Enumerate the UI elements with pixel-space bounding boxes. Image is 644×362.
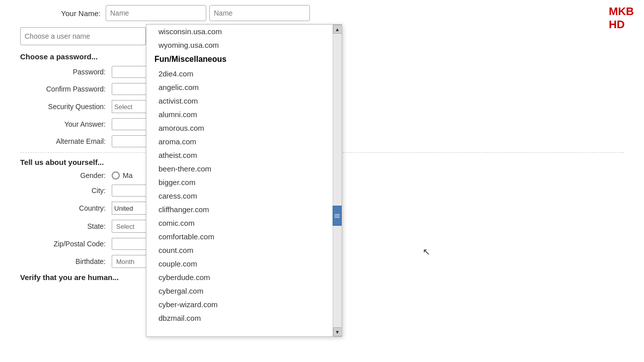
alternate-email-label: Alternate Email: xyxy=(20,137,106,145)
scroll-thumb-line-1 xyxy=(335,214,340,215)
first-name-input[interactable] xyxy=(106,5,206,21)
scroll-thumb-line-3 xyxy=(335,217,340,218)
answer-label: Your Answer: xyxy=(20,120,106,128)
dropdown-list: wisconsin.usa.com wyoming.usa.com Fun/Mi… xyxy=(146,25,342,325)
city-label: City: xyxy=(20,187,106,195)
dropdown-scroll-area: wisconsin.usa.com wyoming.usa.com Fun/Mi… xyxy=(146,25,342,336)
domain-dropdown-overlay: wisconsin.usa.com wyoming.usa.com Fun/Mi… xyxy=(146,24,342,337)
scroll-thumb[interactable] xyxy=(333,206,342,226)
your-name-label: Your Name: xyxy=(40,9,101,18)
dropdown-item-angelic[interactable]: angelic.com xyxy=(146,80,342,94)
your-name-row: Your Name: xyxy=(40,5,634,21)
dropdown-item-cyber-wizard[interactable]: cyber-wizard.com xyxy=(146,298,342,311)
dropdown-item-caress[interactable]: caress.com xyxy=(146,189,342,203)
dropdown-item-bigger[interactable]: bigger.com xyxy=(146,175,342,189)
dropdown-item-wisconsin[interactable]: wisconsin.usa.com xyxy=(146,25,342,38)
dropdown-item-atheist[interactable]: atheist.com xyxy=(146,148,342,162)
security-question-label: Security Question: xyxy=(20,103,106,111)
dropdown-item-dbzmail[interactable]: dbzmail.com xyxy=(146,311,342,325)
scrollbar-track: ▲ ▼ xyxy=(333,25,342,336)
username-input[interactable] xyxy=(20,27,146,45)
birthdate-label: Birthdate: xyxy=(20,257,106,265)
gender-radio-group: Ma xyxy=(112,171,132,179)
dropdown-item-cyberdude[interactable]: cyberdude.com xyxy=(146,270,342,284)
password-label: Password: xyxy=(20,68,106,76)
scroll-down-button[interactable]: ▼ xyxy=(333,327,342,336)
dropdown-item-wyoming[interactable]: wyoming.usa.com xyxy=(146,38,342,52)
confirm-password-label: Confirm Password: xyxy=(20,85,106,93)
dropdown-item-aroma[interactable]: aroma.com xyxy=(146,135,342,148)
dropdown-item-comic[interactable]: comic.com xyxy=(146,216,342,230)
dropdown-item-amorous[interactable]: amorous.com xyxy=(146,121,342,135)
country-label: Country: xyxy=(20,204,106,212)
zip-label: Zip/Postal Code: xyxy=(20,240,106,248)
dropdown-item-cybergal[interactable]: cybergal.com xyxy=(146,284,342,298)
scroll-thumb-line-2 xyxy=(335,216,340,216)
dropdown-item-activist[interactable]: activist.com xyxy=(146,94,342,108)
gender-male-radio[interactable] xyxy=(112,171,120,179)
dropdown-item-count[interactable]: count.com xyxy=(146,243,342,257)
dropdown-item-alumni[interactable]: alumni.com xyxy=(146,108,342,121)
logo-line1: MKB xyxy=(609,5,634,18)
dropdown-category-fun: Fun/Miscellaneous xyxy=(146,52,342,67)
dropdown-item-couple[interactable]: couple.com xyxy=(146,257,342,270)
dropdown-item-cliffhanger[interactable]: cliffhanger.com xyxy=(146,203,342,216)
scroll-up-button[interactable]: ▲ xyxy=(333,25,342,34)
gender-label: Gender: xyxy=(20,171,106,179)
state-label: State: xyxy=(20,222,106,230)
gender-male-label: Ma xyxy=(123,171,132,179)
last-name-input[interactable] xyxy=(209,5,310,21)
dropdown-item-comfortable[interactable]: comfortable.com xyxy=(146,230,342,243)
dropdown-item-2die4[interactable]: 2die4.com xyxy=(146,67,342,80)
dropdown-item-been-there[interactable]: been-there.com xyxy=(146,162,342,175)
